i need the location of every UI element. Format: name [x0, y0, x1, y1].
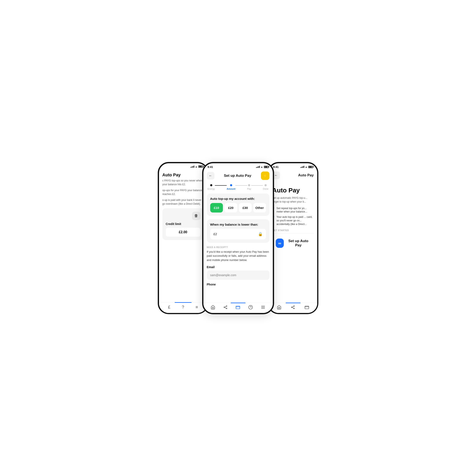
receipt-label: NEED A RECEIPT?: [207, 246, 269, 248]
center-status-time: 9:41: [208, 165, 213, 169]
right-connections-icon: [290, 305, 295, 310]
right-nav-connections[interactable]: [290, 305, 295, 310]
svg-point-2: [226, 308, 227, 309]
center-nav-help[interactable]: [248, 305, 253, 310]
amount-grid: £10 £20 £30 Other: [210, 203, 266, 213]
left-status-bar: ▲: [159, 163, 207, 169]
step-amount-label: Amount: [227, 187, 236, 190]
center-back-button[interactable]: ←: [207, 172, 214, 180]
balance-card: When my balance is lower than: £2 🔒: [207, 219, 269, 243]
center-nav-connections[interactable]: [223, 305, 228, 310]
amount-btn-20[interactable]: £20: [224, 203, 237, 213]
center-signal-bar-4: [259, 166, 260, 168]
right-header: ← Auto Pay: [269, 170, 317, 182]
pound-icon: £: [168, 305, 170, 310]
phone-label: Phone: [207, 283, 269, 286]
center-nav-indicator: [231, 303, 245, 303]
setup-autopay-button[interactable]: ∞ Set up Auto Pay: [272, 236, 314, 251]
center-status-bar: 9:41 ▲: [204, 163, 273, 170]
left-phone: ▲ Auto Pay c PAYG top-ups so you never w…: [158, 162, 208, 314]
back-icon: ←: [209, 174, 212, 178]
step-done-label: Done: [263, 187, 268, 190]
right-battery-icon: [308, 166, 313, 168]
left-desc-1: c PAYG top-ups so you never when your ba…: [162, 179, 204, 186]
payment-icon: [236, 305, 240, 310]
signal-bar-3: [193, 166, 193, 168]
credit-limit-value: £2.00: [166, 228, 201, 237]
hamburger-icon: [261, 305, 265, 310]
signal-bar-2: [192, 166, 192, 168]
step-amount-dot: [230, 184, 232, 186]
signal-bar-4: [194, 166, 194, 168]
right-nav-indicator: [286, 303, 301, 303]
amount-btn-other[interactable]: Other: [253, 203, 266, 213]
right-main-title: Auto Pay: [272, 187, 314, 194]
topup-card-title: Auto top-up my account with:: [210, 197, 266, 201]
left-screen-body: ▲ Auto Pay c PAYG top-ups so you never w…: [159, 163, 207, 313]
lightning-icon: ⚡: [263, 173, 268, 178]
delete-button[interactable]: 🗑: [192, 212, 201, 220]
right-signal-bar-1: [301, 167, 301, 168]
center-signal-bar-3: [258, 166, 259, 168]
right-screen-body: 9:41 ▲ ←: [269, 163, 317, 313]
center-battery-icon: [264, 166, 269, 168]
left-nav-menu[interactable]: ≡: [196, 305, 198, 310]
connections-icon: [223, 305, 228, 310]
trash-icon: 🗑: [194, 214, 198, 218]
svg-line-16: [292, 307, 294, 308]
step-done: Done: [263, 184, 268, 190]
receipt-section: NEED A RECEIPT? If you'd like a receipt …: [207, 246, 269, 286]
credit-limit-label: Credit limit: [166, 222, 201, 226]
feature-text-2: Your auto top-up is paid ... card, so yo…: [277, 215, 314, 226]
center-phone: 9:41 ▲ ←: [202, 162, 274, 314]
right-bottom-nav: [269, 303, 317, 313]
right-home-icon: [277, 305, 281, 310]
get-started-label: GET STARTED: [272, 229, 314, 232]
left-bottom-nav: £ ? ≡: [159, 302, 207, 313]
right-status-icons: ▲: [301, 166, 313, 168]
help-icon: ?: [182, 305, 184, 310]
step-pay: Pay: [247, 184, 251, 190]
left-desc-3: o-up is paid with your bank ll never go …: [162, 198, 204, 206]
feature-item-2: ✓ Your auto top-up is paid ... card, so …: [272, 215, 314, 226]
balance-row: £2 🔒: [210, 229, 266, 239]
center-wifi-icon: ▲: [261, 166, 263, 168]
right-signal-bar-2: [302, 167, 302, 168]
step-amount: Amount: [227, 184, 236, 190]
svg-point-1: [226, 306, 227, 306]
left-nav-pound[interactable]: £: [168, 305, 170, 310]
home-icon: [211, 305, 215, 310]
infinity-icon-container: ∞: [276, 238, 284, 248]
right-signal-bar-3: [303, 166, 303, 168]
stepper-line-2: [235, 185, 247, 186]
right-signal-bar-4: [304, 166, 304, 168]
center-nav-payment[interactable]: [236, 305, 240, 310]
balance-card-title: When my balance is lower than:: [210, 223, 266, 226]
center-lightning-button[interactable]: ⚡: [261, 171, 269, 180]
left-nav-help[interactable]: ?: [182, 305, 184, 310]
right-phone: 9:41 ▲ ←: [268, 162, 319, 314]
right-nav-payment[interactable]: [305, 305, 309, 310]
amount-btn-10[interactable]: £10: [210, 203, 223, 213]
step-energy-label: Energy: [208, 187, 215, 190]
email-label: Email: [207, 265, 269, 269]
svg-line-4: [225, 307, 226, 308]
step-done-dot: [265, 184, 267, 186]
step-energy-dot: [210, 184, 212, 186]
right-nav-home[interactable]: [277, 305, 281, 310]
left-phone-wrapper: ▲ Auto Pay c PAYG top-ups so you never w…: [158, 162, 202, 314]
stepper-line-3: [251, 185, 263, 186]
signal-bar-1: [190, 167, 191, 168]
email-input[interactable]: [207, 271, 269, 280]
feature-list: ✓ Set repeat top-ups for yo... meter whe…: [272, 207, 314, 226]
center-content: Auto top-up my account with: £10 £20 £30…: [204, 193, 273, 298]
center-nav-home[interactable]: [211, 305, 215, 310]
right-content: Auto Pay Set up automatic PAYG top-u... …: [269, 182, 317, 255]
right-signal-bars: [301, 166, 304, 168]
center-nav-menu[interactable]: [261, 305, 265, 310]
center-bottom-nav: [204, 303, 273, 313]
screens-container: ▲ Auto Pay c PAYG top-ups so you never w…: [111, 162, 365, 314]
amount-btn-30[interactable]: £30: [239, 203, 252, 213]
center-header: ← Set up Auto Pay ⚡: [204, 170, 273, 183]
svg-point-0: [224, 307, 225, 308]
